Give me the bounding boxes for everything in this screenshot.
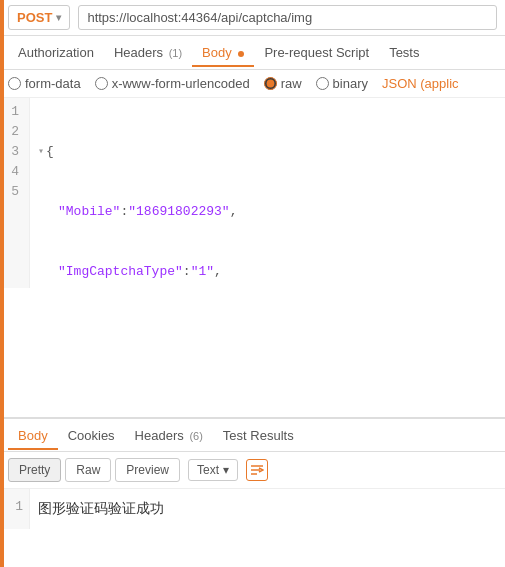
tab-headers[interactable]: Headers (1) [104, 39, 192, 66]
line-numbers: 1 2 3 4 5 [0, 98, 30, 288]
response-tab-nav: Body Cookies Headers (6) Test Results [0, 418, 505, 452]
left-edge-indicator [0, 0, 4, 567]
code-line-2: "Mobile":"18691802293", [38, 202, 497, 222]
response-options-bar: Pretty Raw Preview Text ▾ [0, 452, 505, 489]
response-line-numbers: 1 [0, 489, 30, 529]
wrap-svg [250, 463, 264, 477]
label-binary: binary [333, 76, 368, 91]
tab-authorization[interactable]: Authorization [8, 39, 104, 66]
option-form-data[interactable]: form-data [8, 76, 81, 91]
collapse-icon[interactable]: ▾ [38, 142, 44, 162]
json-type-label: JSON (applic [382, 76, 459, 91]
resp-btn-pretty[interactable]: Pretty [8, 458, 61, 482]
tab-response-headers-badge: (6) [189, 430, 202, 442]
resp-line-num-1: 1 [0, 493, 29, 521]
method-chevron-icon: ▾ [56, 12, 61, 23]
tab-response-cookies-label: Cookies [68, 428, 115, 443]
tab-tests[interactable]: Tests [379, 39, 429, 66]
code-line-1: ▾ { [38, 142, 497, 162]
tab-response-testresults[interactable]: Test Results [213, 422, 304, 449]
tab-headers-badge: (1) [169, 47, 182, 59]
tab-prerequest[interactable]: Pre-request Script [254, 39, 379, 66]
format-chevron-icon: ▾ [223, 463, 229, 477]
response-body-area: 1 图形验证码验证成功 [0, 489, 505, 529]
radio-urlencoded[interactable] [95, 77, 108, 90]
response-content: 图形验证码验证成功 [30, 489, 505, 529]
code-editor: 1 2 3 4 5 ▾ { "Mobile":"18691802293", "I… [0, 98, 505, 288]
tab-response-headers[interactable]: Headers (6) [125, 422, 213, 449]
tab-body-label: Body [202, 45, 232, 60]
radio-binary[interactable] [316, 77, 329, 90]
tab-response-headers-label: Headers [135, 428, 184, 443]
radio-raw[interactable] [264, 77, 277, 90]
tab-body-dot [238, 51, 244, 57]
tab-body[interactable]: Body [192, 39, 254, 66]
editor-empty-space [0, 288, 505, 418]
top-bar: POST ▾ [0, 0, 505, 36]
resp-btn-preview[interactable]: Preview [115, 458, 180, 482]
label-form-data: form-data [25, 76, 81, 91]
tab-prerequest-label: Pre-request Script [264, 45, 369, 60]
code-line-3: "ImgCaptchaType":"1", [38, 262, 497, 282]
request-tab-nav: Authorization Headers (1) Body Pre-reque… [0, 36, 505, 70]
tab-response-body[interactable]: Body [8, 422, 58, 449]
label-raw: raw [281, 76, 302, 91]
tab-tests-label: Tests [389, 45, 419, 60]
format-selector[interactable]: Text ▾ [188, 459, 238, 481]
format-label: Text [197, 463, 219, 477]
body-options-bar: form-data x-www-form-urlencoded raw bina… [0, 70, 505, 98]
option-raw[interactable]: raw [264, 76, 302, 91]
resp-btn-raw[interactable]: Raw [65, 458, 111, 482]
tab-response-body-label: Body [18, 428, 48, 443]
option-urlencoded[interactable]: x-www-form-urlencoded [95, 76, 250, 91]
radio-form-data[interactable] [8, 77, 21, 90]
tab-headers-label: Headers [114, 45, 163, 60]
tab-response-testresults-label: Test Results [223, 428, 294, 443]
method-selector[interactable]: POST ▾ [8, 5, 70, 30]
code-content[interactable]: ▾ { "Mobile":"18691802293", "ImgCaptchaT… [30, 98, 505, 288]
method-label: POST [17, 10, 52, 25]
option-binary[interactable]: binary [316, 76, 368, 91]
wrap-icon[interactable] [246, 459, 268, 481]
tab-response-cookies[interactable]: Cookies [58, 422, 125, 449]
label-urlencoded: x-www-form-urlencoded [112, 76, 250, 91]
response-text: 图形验证码验证成功 [38, 501, 164, 517]
tab-authorization-label: Authorization [18, 45, 94, 60]
url-input[interactable] [78, 5, 497, 30]
